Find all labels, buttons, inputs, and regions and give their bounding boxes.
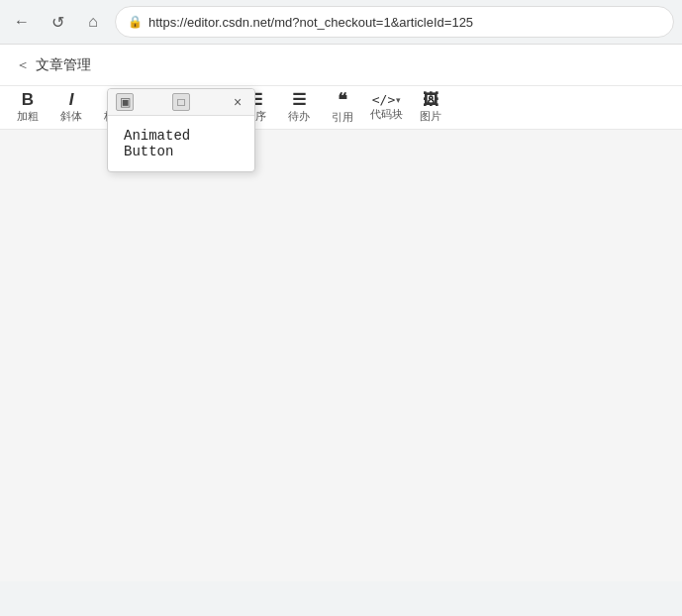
refresh-button[interactable]: ↺ bbox=[44, 8, 71, 36]
tooltip-restore-icon[interactable]: □ bbox=[172, 93, 190, 111]
bold-label: 加粗 bbox=[17, 109, 39, 124]
bold-icon: B bbox=[22, 91, 34, 108]
page-content: ＜ 文章管理 ▣ □ × Animated Button B 加粗 I 斜体 bbox=[0, 45, 682, 581]
quote-label: 引用 bbox=[332, 110, 353, 125]
restore-icon-symbol: □ bbox=[177, 95, 184, 109]
image-label: 图片 bbox=[420, 109, 441, 124]
editor-toolbar: B 加粗 I 斜体 H 标题 S 删除线 ☰ 无序 ☰ 有序 ☰ 待办 ❝ bbox=[0, 86, 682, 130]
image-icon: 🖼 bbox=[423, 92, 438, 108]
minimize-icon-symbol: ▣ bbox=[120, 95, 131, 109]
article-header: ＜ 文章管理 bbox=[0, 45, 682, 86]
article-back-icon[interactable]: ＜ bbox=[16, 56, 30, 74]
url-text: https://editor.csdn.net/md?not_checkout=… bbox=[148, 15, 473, 30]
quote-button[interactable]: ❝ 引用 bbox=[323, 89, 362, 127]
tooltip-popup: ▣ □ × Animated Button bbox=[107, 88, 255, 172]
lock-icon: 🔒 bbox=[128, 15, 143, 29]
back-icon: ← bbox=[14, 13, 30, 31]
address-bar[interactable]: 🔒 https://editor.csdn.net/md?not_checkou… bbox=[115, 6, 674, 38]
back-button[interactable]: ← bbox=[8, 8, 36, 36]
italic-label: 斜体 bbox=[60, 109, 82, 124]
close-icon: × bbox=[234, 94, 242, 110]
tooltip-text: Animated Button bbox=[124, 128, 190, 159]
tooltip-body: Animated Button bbox=[108, 116, 254, 171]
image-button[interactable]: 🖼 图片 bbox=[411, 89, 450, 127]
quote-icon: ❝ bbox=[338, 91, 347, 109]
todo-label: 待办 bbox=[288, 109, 310, 124]
todo-icon: ☰ bbox=[292, 92, 306, 108]
code-block-label: 代码块 bbox=[370, 107, 403, 122]
tooltip-close-button[interactable]: × bbox=[229, 93, 246, 111]
italic-button[interactable]: I 斜体 bbox=[51, 89, 91, 127]
tooltip-minimize-icon[interactable]: ▣ bbox=[116, 93, 134, 111]
italic-icon: I bbox=[69, 91, 74, 108]
browser-controls: ← ↺ ⌂ 🔒 https://editor.csdn.net/md?not_c… bbox=[0, 0, 682, 44]
todo-button[interactable]: ☰ 待办 bbox=[279, 89, 319, 127]
refresh-icon: ↺ bbox=[51, 13, 64, 32]
editor-area[interactable] bbox=[0, 130, 682, 581]
code-dropdown-arrow: ▾ bbox=[396, 95, 401, 105]
home-button[interactable]: ⌂ bbox=[79, 8, 107, 36]
code-block-icon: </> bbox=[372, 93, 395, 106]
tooltip-titlebar: ▣ □ × bbox=[108, 89, 254, 116]
article-title: 文章管理 bbox=[36, 56, 91, 74]
code-block-button[interactable]: </> ▾ 代码块 bbox=[366, 89, 407, 127]
bold-button[interactable]: B 加粗 bbox=[8, 89, 48, 127]
home-icon: ⌂ bbox=[88, 13, 98, 31]
browser-chrome: ← ↺ ⌂ 🔒 https://editor.csdn.net/md?not_c… bbox=[0, 0, 682, 45]
